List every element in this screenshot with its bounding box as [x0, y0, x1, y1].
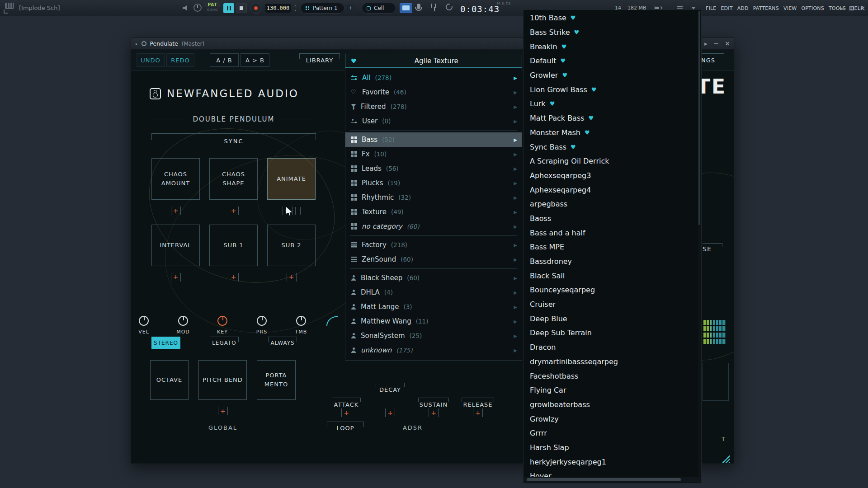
knob-tmb[interactable]: TMB	[288, 316, 314, 335]
touch-keyboard-button[interactable]	[400, 3, 412, 13]
favorite-heart-icon[interactable]: ♥	[351, 57, 357, 65]
browser-category-unknown[interactable]: unknown(175)▶	[345, 343, 522, 357]
preset-item-growlbeaterbass[interactable]: growlbeaterbass	[524, 398, 698, 412]
always-button[interactable]: ALWAYS	[268, 337, 297, 349]
preset-item-bass-strike[interactable]: Bass Strike♥	[524, 25, 698, 40]
param-box-chaos-amount[interactable]: CHAOS AMOUNT	[151, 158, 200, 200]
mod-add-button-chaos-amount[interactable]: +	[171, 206, 181, 215]
preset-item-monster-mash[interactable]: Monster Mash♥	[524, 126, 698, 140]
preset-item-matt-pack-bass[interactable]: Matt Pack Bass♥	[524, 111, 698, 126]
tempo-display[interactable]: 130.000	[265, 3, 291, 13]
stereo-button[interactable]: STEREO	[151, 337, 180, 349]
sync-icon[interactable]	[446, 4, 453, 10]
param-box-porta-mento[interactable]: PORTA MENTO	[257, 360, 296, 400]
browser-category-black-sheep[interactable]: Black Sheep(60)▶	[345, 271, 522, 285]
preset-item-drymartinibassseqarpeg[interactable]: drymartinibassseqarpeg	[524, 355, 698, 369]
preset-item-herkyjerkyseqarpeg1[interactable]: herkyjerkyseqarpeg1	[524, 455, 698, 469]
browser-category-all[interactable]: All(278)▶	[345, 70, 522, 85]
preset-item-deep-sub-terrain[interactable]: Deep Sub Terrain	[524, 326, 698, 340]
browser-category-leads[interactable]: Leads(56)▶	[345, 161, 522, 176]
library-button[interactable]: LIBRARY	[299, 53, 340, 67]
pause-button[interactable]	[223, 3, 234, 13]
browser-category-bass[interactable]: Bass(52)▶	[345, 132, 522, 147]
knob-key[interactable]: KEY	[210, 316, 235, 335]
stop-button[interactable]	[236, 3, 247, 13]
preset-horizontal-scrollbar[interactable]	[524, 477, 701, 483]
browser-category-texture[interactable]: Texture(49)▶	[345, 205, 522, 219]
preset-item-harsh-slap[interactable]: Harsh Slap	[524, 441, 698, 455]
song-label[interactable]: SONG	[204, 8, 221, 12]
ab-compare-button[interactable]: A / B	[210, 53, 239, 67]
ab-copy-button[interactable]: A > B	[241, 53, 269, 67]
preset-item-growlzy[interactable]: Growlzy	[524, 412, 698, 426]
sync-button[interactable]: SYNC	[151, 133, 316, 149]
preset-item-breakin[interactable]: Breakin♥	[524, 39, 698, 54]
mod-add-button-sustain[interactable]: +	[429, 408, 439, 417]
preset-item-flying-car[interactable]: Flying Car	[524, 383, 698, 398]
channel-rack-icon[interactable]	[5, 3, 14, 9]
knob-prs[interactable]: PRS	[249, 316, 274, 335]
preset-item-bounceyseqarpeg[interactable]: Bounceyseqarpeg	[524, 283, 698, 297]
decay-label[interactable]: DECAY	[376, 383, 405, 393]
preset-item-sync-bass[interactable]: Sync Bass♥	[524, 140, 698, 154]
browser-category-matt-lange[interactable]: Matt Lange(3)▶	[345, 300, 522, 314]
preset-item-deep-blue[interactable]: Deep Blue	[524, 311, 698, 326]
add-pattern-button[interactable]: +	[347, 5, 354, 11]
preset-item-growler[interactable]: Growler♥	[524, 68, 698, 83]
menu-add[interactable]: ADD	[735, 5, 751, 11]
mod-add-button-sub-1[interactable]: +	[229, 273, 239, 282]
curve-icon[interactable]	[326, 316, 338, 326]
preset-item-cruiser[interactable]: Cruiser	[524, 297, 698, 312]
close-icon[interactable]	[860, 6, 865, 11]
speaker-icon[interactable]	[183, 5, 189, 10]
undo-button[interactable]: UNDO	[137, 53, 165, 67]
main-volume-knob[interactable]	[193, 4, 202, 12]
browser-category-user[interactable]: User(0)▶	[345, 114, 522, 128]
next-preset-icon[interactable]: ▶	[704, 42, 708, 46]
menu-file[interactable]: FILE	[703, 5, 718, 11]
preset-item-hover[interactable]: Hover	[524, 469, 698, 477]
detach-icon[interactable]	[4, 9, 8, 14]
plugin-close-icon[interactable]	[725, 42, 729, 46]
browser-category-zensound[interactable]: ZenSound(60)▶	[345, 252, 522, 267]
menu-options[interactable]: OPTIONS	[799, 5, 826, 11]
preset-item-grrrr[interactable]: Grrrr	[524, 426, 698, 441]
param-box-sub-2[interactable]: SUB 2	[267, 225, 316, 266]
preset-item-arpegbass[interactable]: arpegbass	[524, 197, 698, 211]
menu-view[interactable]: VIEW	[781, 5, 799, 11]
preset-item-a-scraping-oil-derrick[interactable]: A Scraping Oil Derrick	[524, 154, 698, 169]
browser-category-favorite[interactable]: ♡Favorite(46)▶	[345, 85, 522, 99]
release-label[interactable]: RELEASE	[462, 398, 494, 408]
knob-mod[interactable]: MOD	[170, 316, 196, 335]
browser-category-no-category[interactable]: no category(60)▶	[345, 219, 522, 234]
param-box-animate[interactable]: ANIMATE	[267, 158, 316, 200]
preset-item-baoss[interactable]: Baoss	[524, 211, 698, 226]
attack-label[interactable]: ATTACK	[332, 398, 361, 408]
mod-add-button-pitch-bend[interactable]: +	[218, 407, 228, 415]
browser-category-factory[interactable]: Factory(218)▶	[345, 238, 522, 252]
preset-item-black-sail[interactable]: Black Sail	[524, 268, 698, 283]
pattern-selector[interactable]: Pattern 1	[300, 3, 344, 14]
mod-add-button-sub-2[interactable]: +	[287, 273, 297, 282]
pat-label[interactable]: PAT	[204, 2, 221, 7]
resize-handle-icon[interactable]	[719, 455, 730, 463]
knob-vel[interactable]: VEL	[131, 316, 156, 335]
record-button[interactable]	[250, 3, 261, 14]
spin-up-icon[interactable]: ▴	[294, 3, 296, 8]
plugin-minimize-icon[interactable]	[714, 43, 718, 44]
preset-vertical-scrollbar[interactable]	[698, 11, 701, 476]
tuning-fork-icon[interactable]	[431, 4, 436, 8]
maximize-icon[interactable]	[849, 6, 854, 10]
preset-item-bass-and-a-half[interactable]: Bass and a half	[524, 225, 698, 240]
menu-patterns[interactable]: PATTERNS	[751, 5, 781, 11]
preset-item-dracon[interactable]: Dracon	[524, 340, 698, 355]
preset-item-bassdroney[interactable]: Bassdroney	[524, 254, 698, 269]
preset-item-default[interactable]: Default♥	[524, 54, 698, 68]
mod-add-button-chaos-shape[interactable]: +	[229, 206, 239, 215]
preset-item-aphexseqarpeg4[interactable]: Aphexseqarpeg4	[524, 183, 698, 197]
mod-add-button-decay[interactable]: +	[385, 408, 395, 417]
legato-button[interactable]: LEGATO	[210, 337, 239, 349]
cell-selector[interactable]: Cell	[362, 3, 396, 14]
pat-song-toggle[interactable]: PAT SONG	[204, 2, 221, 12]
preset-item-lurk[interactable]: Lurk♥	[524, 97, 698, 111]
